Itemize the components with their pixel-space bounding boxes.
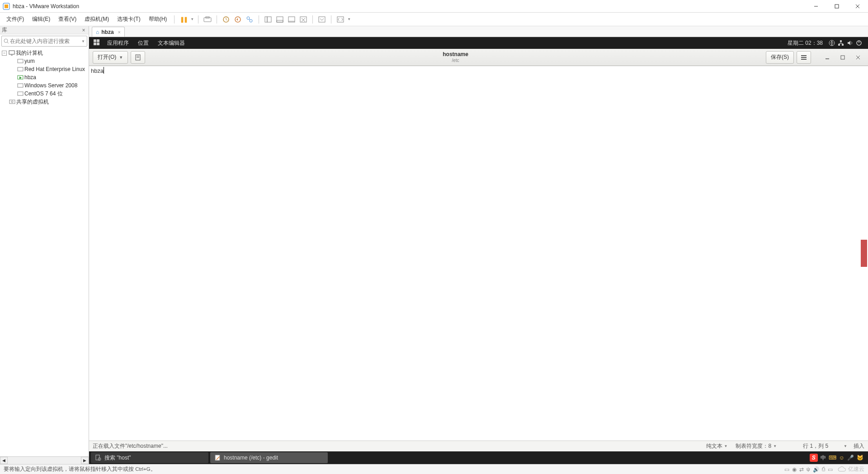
menu-tabs[interactable]: 选项卡(T): [113, 14, 144, 25]
library-close-button[interactable]: ×: [80, 27, 87, 33]
view-library-button[interactable]: [263, 14, 274, 25]
device-usb-icon[interactable]: ψ: [807, 466, 810, 473]
scroll-left-icon[interactable]: ◀: [0, 457, 8, 464]
gedit-statusbar: 正在载入文件"/etc/hostname"... 纯文本▼ 制表符宽度：8▼ 行…: [89, 441, 868, 451]
stretch-button[interactable]: [335, 14, 346, 25]
gedit-editor-area[interactable]: hbza: [89, 66, 868, 441]
network-icon[interactable]: [836, 40, 845, 46]
window-maximize-button[interactable]: [826, 0, 847, 13]
tray-keyboard-icon[interactable]: ⌨: [829, 455, 836, 461]
view-thumbnail-button[interactable]: [274, 14, 285, 25]
taskbar-item-search[interactable]: 搜索 "host": [91, 452, 208, 463]
library-header-label: 库: [2, 26, 80, 34]
tree-shared-vms[interactable]: 共享的虚拟机: [0, 98, 89, 106]
tree-item-label: Red Hat Enterprise Linux: [24, 66, 85, 72]
vm-tab-hbza[interactable]: ⌂ hbza ×: [92, 27, 125, 37]
sogou-ime-icon[interactable]: S: [810, 454, 818, 462]
tree-item-rhel[interactable]: Red Hat Enterprise Linux: [0, 65, 89, 73]
places-menu[interactable]: 位置: [133, 39, 153, 47]
library-tree: − 我的计算机 yum Red Hat Enterprise Linux hbz…: [0, 48, 89, 456]
stretch-dropdown-caret[interactable]: ▼: [347, 17, 351, 21]
texteditor-menu[interactable]: 文本编辑器: [153, 39, 189, 47]
view-unity-button[interactable]: [298, 14, 309, 25]
vm-icon: [17, 91, 24, 96]
power-dropdown-caret[interactable]: ▼: [190, 17, 194, 21]
gedit-close-button[interactable]: [852, 52, 864, 63]
cloud-icon: [837, 466, 847, 473]
tree-root-my-computer[interactable]: − 我的计算机: [0, 49, 89, 57]
device-net-icon[interactable]: ⇄: [799, 466, 804, 473]
watermark-brand: 亿速云: [837, 466, 864, 473]
vm-icon: [17, 58, 24, 64]
vmware-logo-icon: [3, 3, 10, 10]
library-search-input[interactable]: [10, 38, 81, 44]
svg-point-35: [11, 101, 13, 103]
tree-item-yum[interactable]: yum: [0, 57, 89, 65]
tray-cat-icon[interactable]: 🐱: [857, 455, 863, 461]
gedit-new-button[interactable]: [131, 51, 145, 64]
device-cd-icon[interactable]: ◉: [792, 466, 797, 473]
pause-vm-button[interactable]: ❚❚: [178, 14, 189, 25]
status-position[interactable]: 行 1，列 5▼: [801, 442, 849, 450]
tree-item-label: yum: [24, 58, 35, 64]
search-dropdown-caret[interactable]: ▼: [81, 39, 85, 43]
tray-smiley-icon[interactable]: ☺: [839, 455, 844, 461]
menu-vm[interactable]: 虚拟机(M): [81, 14, 113, 25]
clock-label[interactable]: 星期二 02：38: [783, 39, 827, 47]
applications-menu[interactable]: 应用程序: [103, 39, 133, 47]
window-close-button[interactable]: [847, 0, 868, 13]
svg-rect-16: [277, 20, 283, 22]
snapshot-revert-button[interactable]: [232, 14, 243, 25]
status-loading-text: 正在载入文件"/etc/hostname"...: [93, 442, 168, 450]
gedit-maximize-button[interactable]: [836, 52, 849, 63]
device-print-icon[interactable]: ⎙: [822, 466, 825, 473]
accessibility-icon[interactable]: [827, 40, 836, 46]
gedit-minimize-button[interactable]: [821, 52, 834, 63]
home-icon: ⌂: [96, 29, 99, 35]
editor-edge-marker: [861, 240, 867, 267]
ime-lang-label[interactable]: 中: [821, 454, 826, 462]
menu-help[interactable]: 帮助(H): [145, 14, 171, 25]
window-minimize-button[interactable]: [806, 0, 826, 13]
tree-collapse-icon[interactable]: −: [2, 51, 7, 56]
menu-edit[interactable]: 编辑(E): [28, 14, 54, 25]
library-h-scrollbar[interactable]: ◀ ▶: [0, 456, 89, 464]
volume-icon[interactable]: [845, 40, 854, 46]
vm-icon: [17, 66, 24, 72]
status-lang-combo[interactable]: 纯文本▼: [704, 442, 730, 450]
device-display-icon[interactable]: ▭: [828, 466, 833, 473]
scroll-right-icon[interactable]: ▶: [81, 457, 89, 464]
fullscreen-button[interactable]: [316, 14, 327, 25]
device-sound-icon[interactable]: 🔊: [813, 466, 819, 473]
view-console-button[interactable]: [286, 14, 297, 25]
menu-view[interactable]: 查看(V): [55, 14, 80, 25]
snapshot-manager-button[interactable]: [244, 14, 255, 25]
snapshot-take-button[interactable]: [221, 14, 231, 25]
gedit-open-button[interactable]: 打开(O) ▼: [93, 51, 128, 64]
send-ctrl-alt-del-button[interactable]: [202, 14, 213, 25]
status-tabwidth-combo[interactable]: 制表符宽度：8▼: [734, 442, 778, 450]
tree-item-hbza[interactable]: hbza: [0, 73, 89, 81]
svg-rect-1: [5, 5, 8, 8]
text-cursor: [104, 67, 104, 74]
tree-item-win2008[interactable]: Windows Server 2008: [0, 81, 89, 90]
gedit-title: hostname /etc: [148, 51, 763, 63]
gedit-save-button[interactable]: 保存(S): [766, 51, 794, 64]
svg-rect-28: [18, 59, 23, 63]
vm-tab-close-button[interactable]: ×: [118, 29, 121, 35]
gedit-menu-button[interactable]: [797, 51, 811, 64]
power-icon[interactable]: [854, 40, 863, 46]
tray-mic-icon[interactable]: 🎤: [847, 455, 854, 461]
library-search-box[interactable]: ▼: [1, 36, 87, 47]
gedit-title-main: hostname: [148, 51, 763, 57]
svg-line-12: [249, 19, 250, 20]
apps-grid-icon[interactable]: [94, 39, 101, 47]
library-pane: 库 × ▼ − 我的计算机 yum Red Hat Enterprise Lin…: [0, 26, 89, 464]
taskbar-item-gedit[interactable]: hostname (/etc) - gedit: [210, 452, 328, 463]
menu-file[interactable]: 文件(F): [3, 14, 28, 25]
svg-rect-38: [838, 44, 840, 46]
device-hdd-icon[interactable]: ▭: [784, 466, 789, 473]
gnome-tray: S 中 ⌨ ☺ 🎤 🐱: [810, 454, 866, 462]
status-insert-mode[interactable]: 插入: [854, 442, 864, 450]
tree-item-centos[interactable]: CentOS 7 64 位: [0, 90, 89, 98]
